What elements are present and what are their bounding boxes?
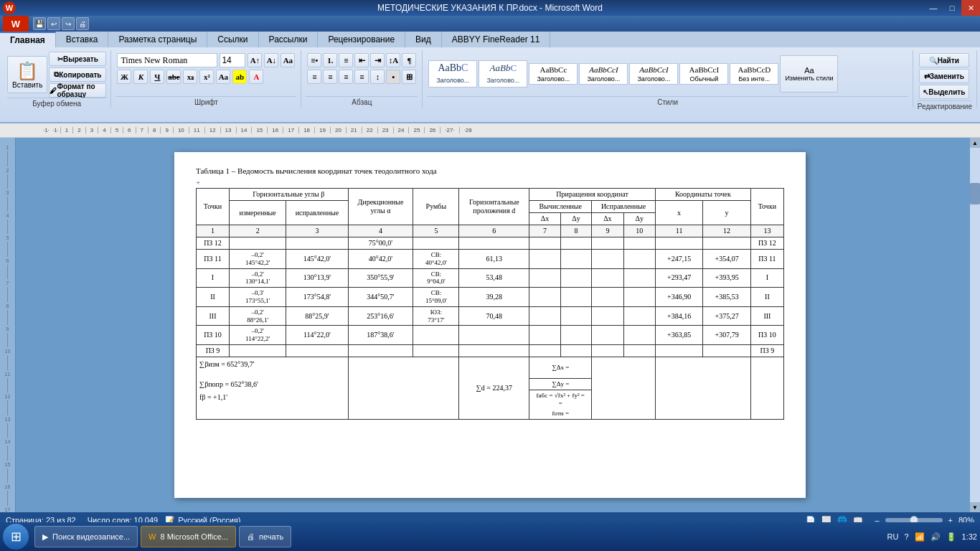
line-spacing-button[interactable]: ↕: [370, 70, 385, 84]
clipboard-label: Буфер обмена: [7, 98, 106, 108]
col-horiz-lines-header: Горизонтальные проложения d: [459, 189, 529, 225]
align-left-button[interactable]: ≡: [307, 70, 321, 84]
minimize-button[interactable]: —: [924, 0, 943, 16]
print-qa-button[interactable]: 🖨: [76, 17, 89, 30]
save-qa-button[interactable]: 💾: [33, 17, 46, 30]
cell-fabs: fабс = √fx² + fy² = = fотн =: [529, 390, 592, 419]
italic-button[interactable]: К: [133, 70, 148, 84]
maximize-button[interactable]: □: [943, 0, 961, 16]
tab-insert[interactable]: Вставка: [56, 32, 109, 47]
font-color-button[interactable]: A: [249, 70, 263, 84]
cell-point2: III: [750, 306, 783, 326]
scroll-up-button[interactable]: ▲: [970, 138, 980, 148]
increase-indent-button[interactable]: ⇥: [370, 53, 385, 67]
cell-y: +385,53: [703, 288, 750, 307]
volume-icon[interactable]: 🔊: [930, 532, 941, 542]
change-case-button[interactable]: Aa: [216, 70, 230, 84]
cut-button[interactable]: ✂ Вырезать: [49, 52, 106, 66]
tab-review[interactable]: Рецензирование: [318, 32, 405, 47]
tab-home[interactable]: Главная: [0, 32, 56, 47]
style-heading4[interactable]: AaBbCcIЗаголово...: [579, 63, 628, 85]
decrease-indent-button[interactable]: ⇤: [354, 53, 369, 67]
col-points-header: Точки: [197, 189, 230, 225]
tab-mailings[interactable]: Рассылки: [259, 32, 319, 47]
start-button[interactable]: ⊞: [3, 524, 29, 550]
style-heading3[interactable]: AaBbCcЗаголово...: [529, 63, 578, 85]
office-button[interactable]: W: [3, 16, 29, 32]
window-icon: W: [3, 1, 16, 14]
shading-button[interactable]: ▪: [386, 70, 400, 84]
search-taskbar-btn[interactable]: ▶ Поиск видеозаписе...: [34, 526, 138, 547]
close-button[interactable]: ✕: [961, 0, 980, 16]
cell-x: [655, 344, 702, 357]
style-normal[interactable]: AaBbCcIОбычный: [679, 63, 728, 85]
add-table-button[interactable]: +: [196, 178, 784, 187]
office-taskbar-btn[interactable]: W 8 Microsoft Office...: [141, 526, 236, 547]
style-heading5[interactable]: AaBbCcIЗаголово...: [629, 63, 678, 85]
window-title: МЕТОДИЧЕСКИЕ УКАЗАНИЯ К ПР.docx - Micros…: [377, 3, 603, 13]
font-group: A↑ A↓ Aa Ж К Ч abe x₂ x² Aa ab A Шрифт: [111, 50, 301, 108]
col-calc-header: Вычисленные: [529, 201, 592, 213]
sort-button[interactable]: ↕A: [386, 53, 400, 67]
underline-button[interactable]: Ч: [150, 70, 164, 84]
pilcrow-button[interactable]: ¶: [402, 53, 416, 67]
cell-direction: 40°42,0': [348, 250, 413, 269]
ru-lang[interactable]: RU: [887, 532, 899, 541]
bullets-button[interactable]: ≡•: [307, 53, 321, 67]
replace-button[interactable]: ⇄ Заменить: [919, 69, 969, 83]
tab-references[interactable]: Ссылки: [207, 32, 258, 47]
redo-qa-button[interactable]: ↪: [62, 17, 75, 30]
increase-font-button[interactable]: A↑: [248, 53, 262, 67]
copy-button[interactable]: ⧉ Копировать: [49, 67, 106, 82]
scroll-down-button[interactable]: ▼: [970, 502, 980, 512]
multilevel-button[interactable]: ≡: [339, 53, 353, 67]
cell-x: [655, 237, 702, 250]
justify-button[interactable]: ≡: [354, 70, 369, 84]
superscript-button[interactable]: x²: [199, 70, 214, 84]
tab-abbyy[interactable]: ABBYY FineReader 11: [442, 32, 551, 47]
tab-view[interactable]: Вид: [405, 32, 442, 47]
undo-qa-button[interactable]: ↩: [47, 17, 60, 30]
strikethrough-button[interactable]: abe: [166, 70, 181, 84]
document-area[interactable]: 1 2 3 4 5 6 7 8 9 10 11 12 13 14 15 16 1…: [0, 138, 980, 512]
align-right-button[interactable]: ≡: [339, 70, 353, 84]
print-taskbar-btn[interactable]: 🖨 печать: [239, 526, 291, 547]
table-row: ПЗ 11 –0,2'145°42,2' 145°42,0' 40°42,0' …: [197, 250, 784, 269]
cell-dy-calc: [560, 326, 591, 345]
align-center-button[interactable]: ≡: [323, 70, 337, 84]
style-no-spacing[interactable]: AaBbCcDБез инте...: [730, 63, 778, 85]
clear-format-button[interactable]: Aa: [281, 53, 295, 67]
network-icon: 📶: [915, 532, 925, 542]
cell-point: III: [197, 306, 230, 326]
paste-button[interactable]: 📋 Вставить: [7, 56, 47, 93]
cell-x: +346,90: [655, 288, 702, 307]
format-painter-button[interactable]: 🖌 Формат по образцу: [49, 83, 106, 98]
style-heading1[interactable]: AaBbCЗаголово...: [428, 60, 477, 88]
decrease-font-button[interactable]: A↓: [264, 53, 278, 67]
bold-button[interactable]: Ж: [117, 70, 131, 84]
help-icon[interactable]: ?: [904, 532, 908, 541]
cell-fixed: 130°13,9': [286, 268, 348, 288]
cell-horiz-line: 53,48: [459, 268, 529, 288]
numbering-button[interactable]: 1.: [323, 53, 337, 67]
cell-measured: –0,3'173°55,1': [230, 288, 286, 307]
col-num-11: 11: [655, 225, 702, 237]
highlight-button[interactable]: ab: [232, 70, 247, 84]
cell-empty2: [592, 357, 656, 419]
tab-layout[interactable]: Разметка страницы: [108, 32, 207, 47]
vertical-scrollbar[interactable]: ▲ ▼: [970, 138, 980, 512]
scroll-thumb[interactable]: [970, 183, 980, 204]
select-button[interactable]: ↖ Выделить: [919, 85, 969, 99]
font-name-input[interactable]: [117, 53, 217, 67]
table-row: III –0,2'88°26,1' 88°25,9' 253°16,6' ЮЗ:…: [197, 306, 784, 326]
change-styles-button[interactable]: Aa Изменить стили: [780, 55, 838, 93]
cell-x: +384,16: [655, 306, 702, 326]
window-controls: — □ ✕: [924, 0, 980, 16]
borders-button[interactable]: ⊞: [402, 70, 416, 84]
table-row: ПЗ 12 75°00,0' ПЗ 12: [197, 237, 784, 250]
font-size-input[interactable]: [220, 53, 245, 67]
cell-direction: 350°55,9': [348, 268, 413, 288]
find-button[interactable]: 🔍 Найти: [919, 53, 969, 67]
style-heading2[interactable]: AaBbCЗаголово...: [479, 60, 527, 88]
subscript-button[interactable]: x₂: [183, 70, 197, 84]
